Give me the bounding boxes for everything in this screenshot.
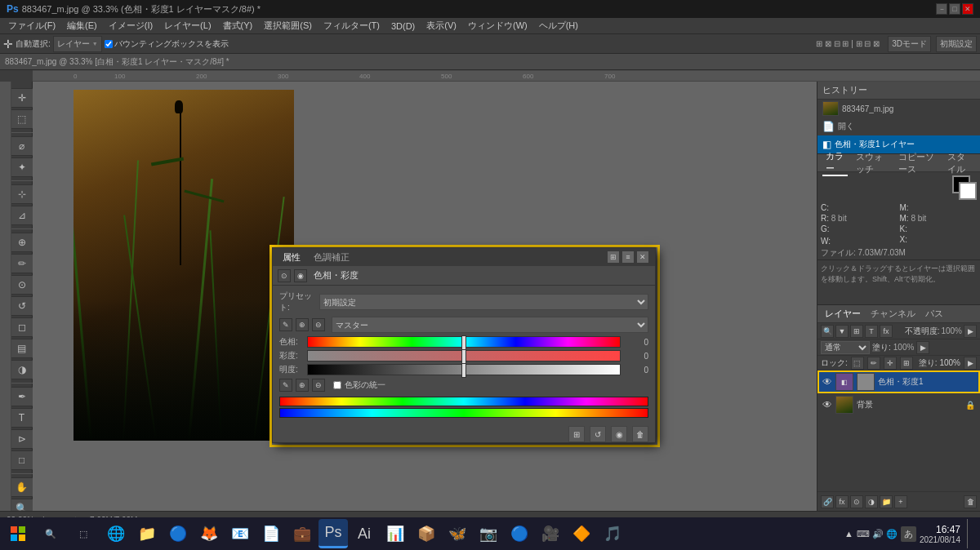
history-brush-tool[interactable]: ↺	[10, 296, 34, 316]
link-layers-button[interactable]: 🔗	[821, 495, 834, 508]
toggle-visibility-button[interactable]: ◉	[611, 426, 627, 442]
marquee-tool[interactable]: ⬚	[10, 109, 34, 129]
taskbar-zoom2[interactable]: 🎥	[536, 519, 565, 548]
lock-position-icon[interactable]: ✛	[884, 357, 897, 370]
dialog-tab-properties[interactable]: 属性	[279, 251, 304, 264]
system-tray-expand[interactable]: ▲	[844, 529, 853, 539]
settings-button[interactable]: 初期設定	[936, 36, 977, 52]
crop-tool[interactable]: ⊹	[10, 184, 34, 204]
eyedropper-tool[interactable]: ⊿	[10, 206, 34, 225]
layer-color-icon[interactable]: T	[865, 325, 878, 338]
lightness-slider-track[interactable]	[307, 364, 621, 375]
menu-edit[interactable]: 編集(E)	[62, 18, 102, 34]
hand-tool[interactable]: ✋	[10, 477, 34, 497]
saturation-slider-track[interactable]	[307, 350, 621, 361]
taskbar-zoom[interactable]: 🔵	[505, 519, 534, 548]
tab-swatches[interactable]: スウォッチ	[853, 151, 890, 175]
lock-paint-icon[interactable]: ✏	[867, 357, 880, 370]
clip-button[interactable]: ⊙	[278, 269, 291, 282]
preset-dropdown[interactable]: 初期設定	[319, 294, 648, 310]
history-item-open[interactable]: 📄 開く	[817, 118, 980, 135]
fg-bg-color-picker[interactable]	[952, 175, 977, 200]
canvas-area[interactable]: 属性 色調補正 ⊞ ≡ ✕ ⊙ ◉ 色相・彩度 プリセット: 初	[33, 82, 817, 511]
reset-button[interactable]: ↺	[590, 426, 606, 442]
move-tool[interactable]: ✛	[10, 88, 34, 108]
gradient-tool[interactable]: ▤	[10, 339, 34, 358]
colorize-icon-3[interactable]: ⊖	[312, 379, 325, 392]
taskbar-music[interactable]: 🎵	[598, 519, 627, 548]
maximize-button[interactable]: □	[949, 3, 960, 15]
tab-copy-source[interactable]: コピーソース	[895, 151, 939, 175]
type-tool[interactable]: T	[10, 408, 34, 428]
new-group-button[interactable]: 📁	[880, 495, 893, 508]
menu-window[interactable]: ウィンドウ(W)	[463, 18, 532, 34]
taskbar-outlook[interactable]: 📧	[225, 519, 255, 548]
history-item-snapshot[interactable]: 883467_m.jpg	[817, 100, 980, 118]
taskbar-word[interactable]: 📄	[256, 519, 286, 548]
taskbar-chrome[interactable]: 🔵	[163, 519, 193, 548]
quick-select-tool[interactable]: ✦	[10, 157, 34, 177]
fill-arrow[interactable]: ▶	[916, 341, 929, 354]
menu-3d[interactable]: 3D(D)	[386, 18, 420, 34]
lock-artboard-icon[interactable]: ⊞	[900, 357, 913, 370]
opacity-arrow[interactable]: ▶	[964, 325, 977, 338]
menu-image[interactable]: イメージ(I)	[104, 18, 158, 34]
taskbar-clock[interactable]: 16:47 2021/08/14	[920, 524, 960, 544]
channel-icon-3[interactable]: ⊖	[312, 318, 325, 331]
tab-paths[interactable]: パス	[923, 308, 946, 320]
taskbar-excel[interactable]: 📊	[381, 519, 410, 548]
dialog-tab-color-correction[interactable]: 色調補正	[310, 251, 353, 264]
healing-tool[interactable]: ⊕	[10, 233, 34, 252]
menu-view[interactable]: 表示(V)	[421, 18, 461, 34]
eye-button[interactable]: ◉	[294, 269, 307, 282]
close-button[interactable]: ✕	[962, 3, 973, 15]
delete-button[interactable]: 🗑	[632, 426, 648, 442]
layer-eye-visible-2[interactable]: 👁	[822, 399, 832, 410]
menu-filter[interactable]: フィルター(T)	[318, 18, 385, 34]
taskbar-vlc[interactable]: 🔶	[567, 519, 596, 548]
dialog-expand-button[interactable]: ⊞	[608, 251, 619, 263]
layer-item-background[interactable]: 👁 背景 🔒	[817, 393, 980, 416]
show-desktop-button[interactable]	[967, 519, 970, 548]
windows-taskbar[interactable]: 🔍 ⬚ 🌐 📁 🔵 🦊 📧 📄 💼 Ps Ai 📊 📦 🦋 📷 🔵 🎥 🔶 🎵 …	[0, 517, 980, 550]
layer-eye-visible-1[interactable]: 👁	[822, 376, 832, 388]
menu-layer[interactable]: レイヤー(L)	[159, 18, 216, 34]
menu-file[interactable]: ファイル(F)	[3, 18, 60, 34]
layer-filter-icon[interactable]: ▼	[835, 325, 849, 338]
layer-fx-icon[interactable]: fx	[880, 325, 893, 338]
lock-transparent-icon[interactable]: ⬚	[851, 357, 864, 370]
pen-tool[interactable]: ✒	[10, 387, 34, 406]
channel-icon-2[interactable]: ⊕	[296, 318, 309, 331]
start-button[interactable]	[3, 519, 33, 548]
taskbar-zip[interactable]: 📦	[412, 519, 441, 548]
minimize-button[interactable]: －	[936, 3, 947, 15]
clone-tool[interactable]: ⊙	[10, 275, 34, 295]
tab-color[interactable]: カラー	[822, 150, 848, 176]
dialog-close-button[interactable]: ✕	[637, 251, 648, 263]
new-fill-layer-button[interactable]: ◑	[865, 495, 878, 508]
bg-color-swatch[interactable]	[959, 182, 977, 200]
taskbar-capture[interactable]: 📷	[474, 519, 503, 548]
auto-select-dropdown[interactable]: レイヤー	[53, 36, 102, 52]
sat-slider-thumb[interactable]	[461, 349, 466, 364]
search-button[interactable]: 🔍	[36, 519, 65, 548]
blend-mode-dropdown[interactable]: 通常	[821, 341, 870, 354]
taskbar-ps[interactable]: Ps	[318, 519, 348, 548]
taskbar-language[interactable]: あ	[901, 526, 916, 542]
colorize-checkbox[interactable]	[333, 381, 341, 389]
channel-icon-1[interactable]: ✎	[279, 318, 292, 331]
tab-styles[interactable]: スタイル	[944, 151, 975, 175]
layer-item-adjustment[interactable]: 👁 ◧ 色相・彩度1	[817, 370, 980, 393]
dialog-options-button[interactable]: ≡	[622, 251, 634, 263]
colorize-icon-1[interactable]: ✎	[279, 379, 292, 392]
lasso-tool[interactable]: ⌀	[10, 136, 34, 156]
taskbar-butterfly[interactable]: 🦋	[443, 519, 472, 548]
layer-type-icon[interactable]: ⊞	[850, 325, 863, 338]
clip-to-layer-button[interactable]: ⊞	[568, 426, 585, 442]
menu-help[interactable]: ヘルプ(H)	[534, 18, 583, 34]
hue-slider-track[interactable]	[307, 336, 621, 348]
hue-saturation-dialog[interactable]: 属性 色調補正 ⊞ ≡ ✕ ⊙ ◉ 色相・彩度 プリセット: 初	[272, 247, 656, 443]
channel-dropdown[interactable]: マスター	[332, 317, 648, 333]
fill-dropdown-icon[interactable]: ▶	[964, 357, 977, 370]
path-tool[interactable]: ⊳	[10, 429, 34, 449]
